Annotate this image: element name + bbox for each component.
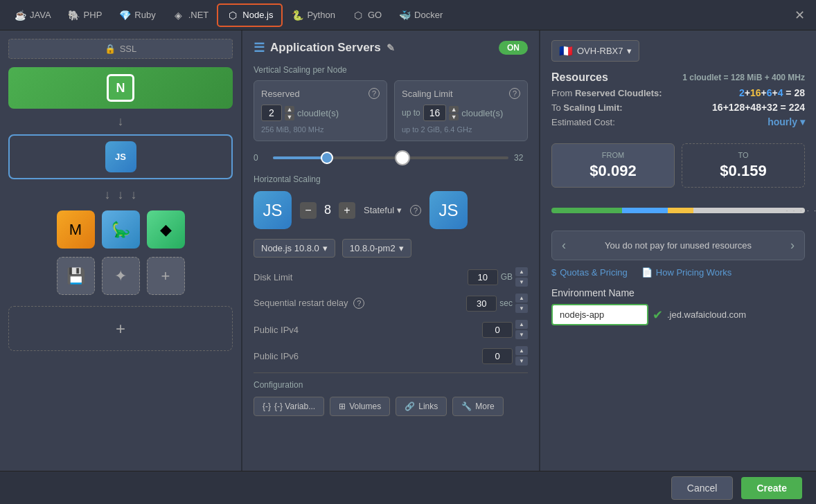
volumes-btn[interactable]: ⊞ Volumes [330,397,390,416]
reserved-up[interactable]: ▲ [285,106,294,113]
hourly-select[interactable]: hourly ▾ [768,116,805,127]
right-panel: 🇫🇷 OVH-RBX7 ▾ Resources 1 cloudlet = 128… [539,30,816,471]
count-decrease[interactable]: − [300,202,317,219]
net-icon: ◈ [172,9,185,21]
tab-ruby[interactable]: 💎 Ruby [110,5,163,26]
pricing-boxes: FROM $0.092 TO $0.159 [551,143,805,188]
scaling-limit-box: Scaling Limit ? up to 16 ▲ ▼ cloudlet(s)… [394,80,528,141]
region-select[interactable]: 🇫🇷 OVH-RBX7 ▾ [551,40,639,62]
version-tag-select[interactable]: 10.8.0-pm2 ▾ [342,239,411,258]
nodejs-version-select[interactable]: Node.js 10.8.0 ▾ [254,239,335,258]
reserved-spinner: 2 ▲ ▼ cloudlet(s) [261,105,380,121]
disk-down[interactable]: ▼ [515,278,528,287]
storage-icon-add[interactable]: + [147,257,185,295]
toggle-on[interactable]: ON [499,41,528,55]
slider-thumb-reserved[interactable] [321,152,333,164]
service-icon-leaf[interactable]: ◆ [147,210,185,249]
ipv6-input[interactable] [482,348,513,364]
restart-input[interactable] [466,296,497,312]
horizontal-label: Horizontal Scaling [254,174,528,184]
pricing-links: $ Quotas & Pricing 📄 How Pricing Works [551,267,805,278]
stateful-help-icon[interactable]: ? [410,205,421,216]
unused-chevron-right[interactable]: › [790,238,795,253]
progress-green [551,208,622,213]
edit-icon[interactable]: ✎ [387,42,395,53]
disk-input[interactable] [468,269,498,285]
scaling-down[interactable]: ▼ [449,114,459,120]
arrow-down-3: ↓ [118,188,124,202]
tab-docker[interactable]: 🐳 Docker [390,5,451,26]
ipv4-arrows[interactable]: ▲ ▼ [515,320,528,339]
how-pricing-link[interactable]: 📄 How Pricing Works [641,267,732,278]
storage-icon-disk[interactable]: 💾 [57,257,95,295]
bottom-bar: Cancel Create [0,471,816,504]
progress-yellow [668,208,693,213]
restart-down[interactable]: ▼ [515,304,528,313]
count-increase[interactable]: + [339,202,355,219]
storage-icon-star[interactable]: ✦ [102,257,140,295]
tab-go[interactable]: ⬡ GO [344,5,390,26]
ipv6-down[interactable]: ▼ [515,357,528,366]
reserved-arrows[interactable]: ▲ ▼ [285,106,294,120]
links-btn[interactable]: 🔗 Links [396,397,447,416]
tab-net[interactable]: ◈ .NET [164,5,218,26]
docker-icon: 🐳 [398,9,411,21]
price-to-box: TO $0.159 [682,143,805,188]
region-chevron: ▾ [627,46,632,56]
disk-up[interactable]: ▲ [515,267,528,276]
version-chevron: ▾ [323,243,328,253]
stateful-select[interactable]: Stateful ▾ [364,205,402,215]
ipv4-input[interactable] [482,322,513,338]
ssl-bar[interactable]: 🔒 SSL [8,39,233,59]
links-icon: 🔗 [405,402,415,411]
dollar-icon: $ [551,267,556,278]
service-icon-dino[interactable]: 🦕 [102,210,140,249]
scaling-limit-arrows[interactable]: ▲ ▼ [449,106,459,120]
restart-arrows[interactable]: ▲ ▼ [515,294,528,313]
tab-php[interactable]: 🐘 PHP [60,5,111,26]
disk-arrows[interactable]: ▲ ▼ [515,267,528,287]
bars-icon: ☰ [254,40,265,55]
ipv6-arrows[interactable]: ▲ ▼ [515,346,528,366]
price-from-box: FROM $0.092 [551,143,675,188]
slider-thumb-limit[interactable] [395,150,410,165]
ipv4-up[interactable]: ▲ [515,320,528,329]
variables-icon: {-} [263,402,271,411]
ipv6-input-group: ▲ ▼ [482,346,528,366]
tab-java[interactable]: ☕ JAVA [6,5,60,26]
create-button[interactable]: Create [741,477,802,499]
progress-dots: · · · · · [786,206,816,215]
check-icon: ✔ [653,307,663,323]
left-panel: 🔒 SSL N ↓ JS ↓ ↓ ↓ M 🦕 ◆ [0,30,242,471]
cancel-button[interactable]: Cancel [671,476,734,500]
close-button[interactable]: ✕ [789,5,810,26]
env-name-section: Environment Name ✔ .jed.wafaicloud.com [551,287,805,325]
go-icon: ⬡ [352,9,364,21]
node-count-control: − 8 + [300,202,355,219]
doc-icon: 📄 [641,267,653,278]
add-server-box[interactable]: + [8,306,233,351]
tab-nodejs[interactable]: ⬡ Node.js [217,3,283,27]
ipv6-up[interactable]: ▲ [515,346,528,355]
env-name-input[interactable] [551,304,648,325]
restart-help-icon[interactable]: ? [353,298,364,309]
restart-up[interactable]: ▲ [515,294,528,303]
more-btn[interactable]: 🔧 More [452,397,503,416]
quotas-pricing-link[interactable]: $ Quotas & Pricing [551,267,628,278]
nodejs-server-box[interactable]: JS [8,134,233,179]
restart-input-group: sec ▲ ▼ [466,294,528,313]
version-row: Node.js 10.8.0 ▾ 10.8.0-pm2 ▾ [254,239,528,258]
panel-title: ☰ Application Servers ✎ [254,40,395,55]
reserved-down[interactable]: ▼ [285,114,294,120]
scaling-slider[interactable] [273,151,508,165]
service-icon-m[interactable]: M [57,210,95,249]
scaling-help-icon[interactable]: ? [509,88,520,99]
scaling-section: Reserved ? 2 ▲ ▼ cloudlet(s) 256 MiB, 80… [254,80,528,141]
scaling-up[interactable]: ▲ [449,106,459,113]
tab-python[interactable]: 🐍 Python [283,5,343,26]
slider-row: 0 32 [254,151,528,165]
reserved-help-icon[interactable]: ? [369,88,380,99]
disk-input-group: GB ▲ ▼ [468,267,528,287]
ipv4-down[interactable]: ▼ [515,330,528,339]
variables-btn[interactable]: {-} {-} Variab... [254,397,324,416]
